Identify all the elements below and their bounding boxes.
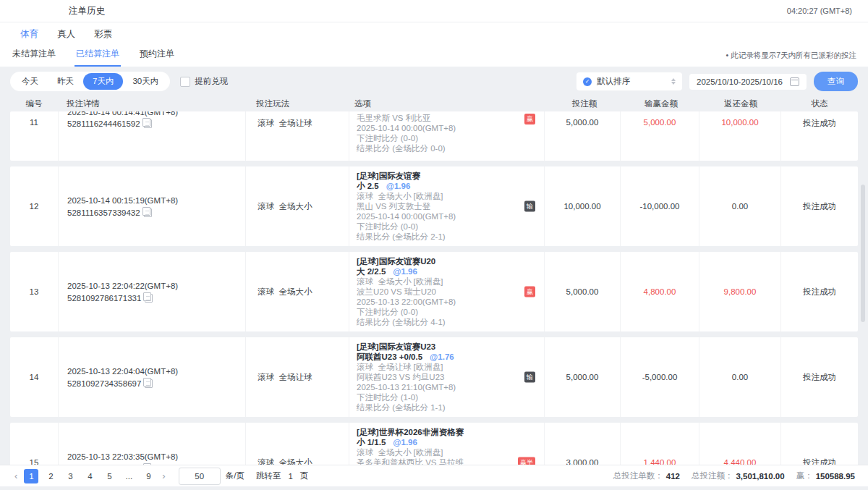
option-line: 滚球 全场让球 [欧洲盘]: [357, 362, 537, 372]
page-1[interactable]: 1: [24, 469, 38, 483]
order-number: 5281092786171331: [67, 294, 141, 303]
order-number: 5281092734358697: [67, 379, 141, 388]
table-body: 112025-10-14 00:14:41(GMT+8)528111624446…: [10, 111, 858, 465]
option-line: [足球]国际友谊赛U23: [357, 342, 537, 352]
tab-体育[interactable]: 体育: [20, 28, 38, 41]
page-2[interactable]: 2: [43, 469, 58, 483]
cashout-checkbox-wrap[interactable]: 提前兑现: [180, 76, 228, 87]
bet-status: 投注成功: [781, 111, 858, 161]
query-button[interactable]: 查询: [814, 72, 858, 91]
col-header: 投注玩法: [244, 98, 347, 109]
page-5[interactable]: 5: [102, 469, 116, 483]
col-header: 输赢金额: [622, 98, 700, 109]
option-line: 黑山 VS 列支敦士登: [357, 201, 537, 211]
option-line: 小 1/1.5@1.96: [357, 437, 537, 447]
next-page-icon[interactable]: ›: [161, 470, 166, 481]
option-line: 下注时比分 (0-0): [357, 307, 537, 317]
cashout-checkbox[interactable]: [180, 77, 190, 87]
bet-time: 2025-10-14 00:15:19(GMT+8): [67, 196, 245, 205]
option-line: 圣多美和普林西比 VS 马拉维: [357, 457, 537, 465]
table-header: 编号投注详情投注玩法选项投注额输赢金额返还金额状态: [10, 96, 858, 111]
tab-彩票[interactable]: 彩票: [94, 28, 112, 41]
winloss-amount: 1,440.00: [621, 423, 699, 465]
play-type: 滚球 全场让球: [246, 337, 349, 417]
check-circle-icon: ✓: [583, 77, 592, 86]
page-...[interactable]: ...: [122, 469, 136, 483]
subtab-未结算注单[interactable]: 未结算注单: [11, 45, 57, 67]
play-type: 滚球 全场大小: [246, 423, 349, 465]
option-line: [足球]世界杯2026非洲资格赛: [357, 427, 537, 437]
page-9[interactable]: 9: [141, 469, 156, 483]
stake-amount: 5,000.00: [545, 111, 621, 161]
odds-value: @1.96: [393, 438, 417, 447]
range-30天内[interactable]: 30天内: [123, 73, 168, 90]
tabs-block: 体育真人彩票 未结算注单已结算注单预约注单 • 此记录将显示7天内所有已派彩的投…: [0, 22, 868, 67]
range-7天内[interactable]: 7天内: [83, 73, 123, 90]
jump-page-input[interactable]: 1: [288, 472, 292, 481]
range-今天[interactable]: 今天: [12, 73, 48, 90]
order-number-line: 5281092786171331: [67, 294, 245, 303]
server-time: 04:20:27 (GMT+8): [787, 7, 852, 15]
option-line: 2025-10-13 22:00(GMT+8): [357, 297, 537, 307]
sort-select[interactable]: ✓ 默认排序: [576, 72, 682, 90]
col-header: 编号: [10, 98, 58, 109]
page-size-input[interactable]: [179, 468, 221, 485]
option-line: [足球]国际友谊赛: [357, 171, 537, 181]
date-range-picker[interactable]: 2025/10/10-2025/10/16: [689, 74, 807, 90]
bet-time: 2025-10-14 00:14:41(GMT+8): [67, 111, 178, 117]
option-cell: [足球]世界杯2026非洲资格赛小 1/1.5@1.96滚球 全场大小 [欧洲盘…: [349, 423, 545, 465]
option-line: 结果比分 (全场比分 4-1): [357, 317, 537, 327]
table-row: 112025-10-14 00:14:41(GMT+8)528111624446…: [10, 111, 858, 161]
total-label: 总投注单数：: [613, 470, 663, 481]
option-line: 阿联酋U23 +0/0.5@1.76: [357, 352, 537, 362]
order-history-page: 注单历史 04:20:27 (GMT+8) 体育真人彩票 未结算注单已结算注单预…: [0, 0, 868, 490]
option-cell: 毛里求斯 VS 利比亚2025-10-14 00:00(GMT+8)下注时比分 …: [349, 111, 545, 161]
result-badge: 赢: [524, 114, 535, 124]
copy-icon[interactable]: [144, 208, 152, 217]
jump-suffix: 页: [300, 470, 309, 481]
option-line: [足球]国际友谊赛U20: [357, 256, 537, 266]
col-header: 投注详情: [58, 98, 244, 109]
result-badge: 输: [524, 201, 535, 212]
option-line: 下注时比分 (0-0): [357, 133, 418, 143]
winloss-amount: 5,000.00: [621, 111, 699, 161]
copy-icon[interactable]: [144, 119, 152, 128]
bet-time: 2025-10-13 22:04:22(GMT+8): [67, 282, 245, 290]
option-line: 滚球 全场大小 [欧洲盘]: [357, 191, 537, 201]
stake-amount: 10,000.00: [545, 166, 621, 246]
option-line: 结果比分 (全场比分 2-1): [357, 232, 537, 242]
winloss-amount: -5,000.00: [621, 337, 699, 417]
vertical-scrollbar[interactable]: [861, 185, 865, 322]
copy-icon[interactable]: [145, 379, 153, 388]
result-badge: 赢: [524, 287, 535, 297]
row-id: 12: [10, 166, 59, 246]
row-id: 15: [10, 423, 59, 465]
bet-time: 2025-10-13 22:04:04(GMT+8): [67, 367, 245, 376]
option-line: 大 2/2.5@1.96: [357, 266, 537, 276]
table-row: 132025-10-13 22:04:22(GMT+8)528109278617…: [10, 252, 858, 331]
copy-icon[interactable]: [145, 294, 153, 303]
page-3[interactable]: 3: [63, 469, 77, 483]
order-number-line: 5281116244461592: [67, 119, 152, 128]
page-size-unit: 条/页: [226, 470, 244, 481]
col-header: 状态: [781, 98, 858, 109]
option-line: 下注时比分 (1-0): [357, 392, 537, 402]
copy-icon[interactable]: [145, 465, 153, 465]
range-昨天[interactable]: 昨天: [48, 73, 83, 90]
refund-amount: 4,440.00: [699, 423, 781, 465]
page-4[interactable]: 4: [82, 469, 97, 483]
date-quick-filters: 今天昨天7天内30天内: [10, 72, 170, 91]
option-line: 2025-10-14 00:00(GMT+8): [357, 211, 537, 221]
order-number-line: 5281092734358697: [67, 379, 245, 388]
table-row: 122025-10-14 00:15:19(GMT+8)528111635733…: [10, 166, 858, 246]
prev-page-icon[interactable]: ‹: [13, 470, 19, 481]
option-cell: [足球]国际友谊赛U23阿联酋U23 +0/0.5@1.76滚球 全场让球 [欧…: [349, 337, 545, 417]
stake-amount: 5,000.00: [545, 337, 621, 417]
total-item: 总投注单数：412: [613, 470, 680, 481]
option-line: 毛里求斯 VS 利比亚: [357, 113, 430, 123]
subtab-预约注单[interactable]: 预约注单: [138, 45, 176, 67]
subtab-已结算注单[interactable]: 已结算注单: [75, 45, 121, 67]
tab-真人[interactable]: 真人: [57, 28, 75, 41]
table-row: 142025-10-13 22:04:04(GMT+8)528109273435…: [10, 337, 858, 417]
date-range-value: 2025/10/10-2025/10/16: [697, 77, 783, 86]
